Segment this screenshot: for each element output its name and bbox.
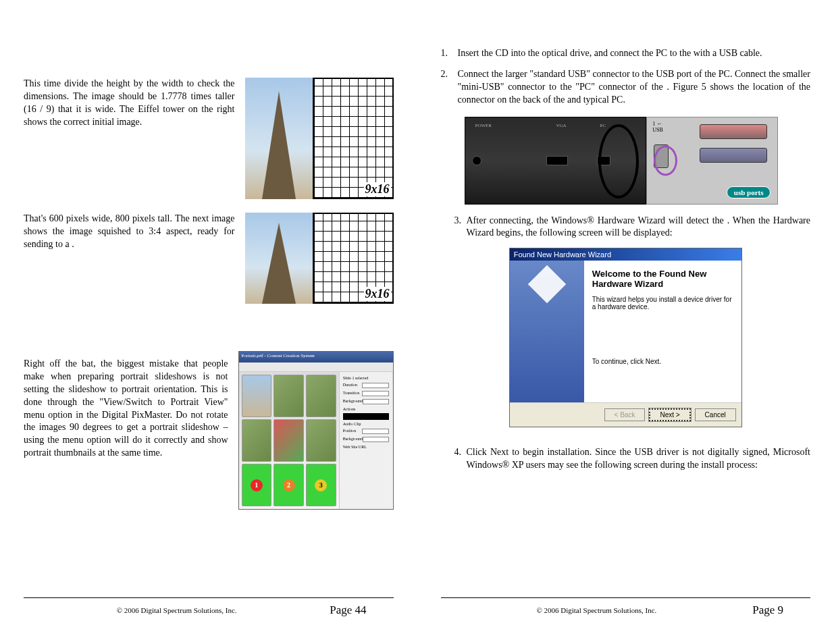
right-footer: © 2006 Digital Spectrum Solutions, Inc. … [441, 597, 811, 617]
wizard-next-button[interactable]: Next > [649, 408, 690, 421]
wizard-main: Welcome to the Found New Hardware Wizard… [584, 261, 741, 402]
port-label-vga: VGA [556, 123, 567, 128]
wizard-back-button[interactable]: < Back [604, 408, 646, 421]
wizard-heading: Welcome to the Found New Hardware Wizard [592, 269, 733, 289]
step-3: 3. After connecting, the Windows® Hardwa… [438, 215, 811, 240]
thumb-5 [273, 419, 304, 462]
step-2-text: Connect the larger "standard USB" connec… [458, 68, 811, 107]
thumb-8: 2 [273, 464, 304, 506]
step-3-text: After connecting, the Windows® Hardware … [467, 215, 811, 240]
props-panel: Slide 1 selected Duration Transition Bac… [339, 372, 393, 509]
wizard-continue: To continue, click Next. [592, 358, 733, 365]
wizard-buttons: < Back Next > Cancel [510, 402, 741, 427]
wizard-text: This wizard helps you install a device d… [592, 296, 733, 311]
usb-figure: POWER VGA PC 1 ←USB usb ports [465, 117, 779, 205]
thumb-2 [273, 375, 304, 417]
device-back-panel: POWER VGA PC [465, 117, 647, 205]
step-4-num: 4. [454, 446, 467, 472]
software-screenshot: Portrait.pdf - Content Creation System 1… [238, 351, 394, 510]
pc-back-panel: 1 ←USB usb ports [646, 117, 778, 205]
left-footer: © 2006 Digital Spectrum Solutions, Inc. … [24, 597, 394, 617]
left-page-number: Page 44 [330, 603, 393, 617]
thumb-4 [242, 419, 272, 462]
row-3: Right off the bat, the biggest mistake t… [24, 351, 394, 510]
wizard-titlebar: Found New Hardware Wizard [510, 248, 741, 261]
step-1-num: 1. [441, 47, 458, 60]
eiffel-image-short [245, 213, 313, 304]
wizard-cancel-button[interactable]: Cancel [695, 408, 736, 421]
usb-circle-highlight [654, 145, 677, 176]
right-content: 1. Insert the CD into the optical drive,… [441, 41, 811, 597]
thumbnail-grid: 1 2 3 [239, 372, 339, 509]
eiffel-image-tall [245, 78, 313, 199]
right-page: 1. Insert the CD into the optical drive,… [417, 14, 835, 630]
left-page: This time divide the height by the width… [0, 14, 417, 630]
step-3-num: 3. [454, 215, 467, 240]
image-pair-1: 9x16 [245, 78, 394, 199]
row-2: That's 600 pixels wide, 800 pixels tall.… [24, 213, 394, 304]
step-2-num: 2. [441, 68, 458, 107]
left-copyright: © 2006 Digital Spectrum Solutions, Inc. [24, 606, 330, 614]
grid-image-2: 9x16 [313, 213, 394, 304]
usb-ports-tag: usb ports [727, 186, 771, 198]
thumb-9: 3 [306, 464, 336, 506]
step-4-text: Click Next to begin installation. Since … [467, 446, 811, 472]
right-page-number: Page 9 [752, 603, 810, 617]
wizard-dialog: Found New Hardware Wizard Welcome to the… [509, 248, 742, 427]
port-label-power: POWER [475, 123, 492, 128]
grid-image-1: 9x16 [313, 78, 394, 199]
circle-highlight [598, 124, 639, 198]
wizard-sidebar [510, 261, 584, 402]
port-label-pc: PC [600, 123, 606, 128]
para1: This time divide the height by the width… [24, 78, 245, 129]
software-titlebar: Portrait.pdf - Content Creation System [239, 352, 393, 363]
thumb-6 [306, 419, 336, 462]
thumb-3 [306, 375, 336, 417]
step-1: 1. Insert the CD into the optical drive,… [441, 47, 811, 60]
image-pair-2: 9x16 [245, 213, 394, 304]
grid-label-1: 9x16 [364, 182, 391, 196]
row-1: This time divide the height by the width… [24, 78, 394, 199]
right-copyright: © 2006 Digital Spectrum Solutions, Inc. [441, 606, 753, 614]
step-2: 2. Connect the larger "standard USB" con… [441, 68, 811, 107]
thumb-7: 1 [242, 464, 272, 506]
para2: That's 600 pixels wide, 800 pixels tall.… [24, 213, 245, 251]
left-content: This time divide the height by the width… [24, 41, 394, 597]
grid-label-2: 9x16 [364, 287, 391, 301]
thumb-1 [242, 375, 272, 417]
software-toolbar [239, 363, 393, 372]
step-4: 4. Click Next to begin installation. Sin… [438, 446, 811, 472]
wizard-hardware-icon [527, 265, 566, 304]
step-1-text: Insert the CD into the optical drive, an… [458, 47, 811, 60]
para3: Right off the bat, the biggest mistake t… [24, 351, 238, 460]
